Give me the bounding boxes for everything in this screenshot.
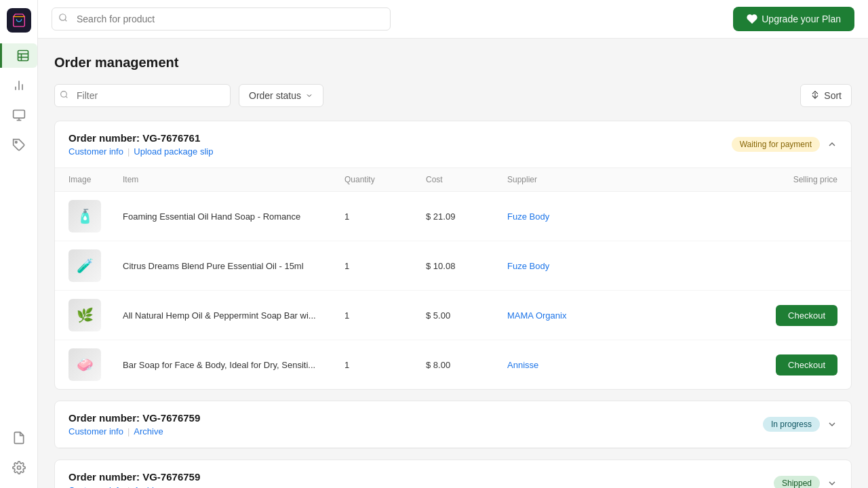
- sidebar-item-orders[interactable]: [0, 43, 37, 68]
- order-header-left: Order number: VG-7676759 Customer info|A…: [68, 471, 774, 488]
- filter-input[interactable]: [54, 84, 231, 107]
- link-separator: |: [127, 485, 130, 488]
- app-logo: [7, 8, 31, 33]
- order-link-customer[interactable]: Customer info: [68, 426, 123, 436]
- col-cost: Cost: [426, 175, 507, 184]
- expand-toggle-button[interactable]: [827, 419, 837, 430]
- col-item: Item: [123, 175, 344, 184]
- link-separator: |: [127, 146, 130, 157]
- order-card: Order number: VG-7676759 Customer info|A…: [54, 401, 852, 449]
- table-row: 🧼 Bar Soap for Face & Body, Ideal for Dr…: [55, 340, 851, 389]
- sidebar-item-tags[interactable]: [7, 133, 31, 157]
- supplier-link[interactable]: Fuze Body: [507, 211, 549, 222]
- product-image-cell: 🧪: [68, 249, 123, 282]
- order-header: Order number: VG-7676759 Customer info|A…: [55, 460, 851, 488]
- status-badge: In progress: [763, 417, 820, 432]
- svg-point-10: [15, 142, 17, 144]
- order-number: Order number: VG-7676761: [68, 132, 732, 144]
- table-row: 🧴 Foaming Essential Oil Hand Soap - Roma…: [55, 192, 851, 241]
- order-card: Order number: VG-7676761 Customer info|U…: [54, 121, 852, 390]
- item-cost: $ 21.09: [426, 211, 507, 222]
- supplier-link[interactable]: MAMA Organix: [507, 310, 566, 321]
- order-header-left: Order number: VG-7676759 Customer info|A…: [68, 412, 763, 436]
- svg-rect-0: [18, 51, 28, 61]
- sidebar-item-analytics[interactable]: [7, 73, 31, 98]
- filter-bar: Order status Sort: [54, 84, 852, 107]
- sidebar-item-settings[interactable]: [7, 455, 31, 480]
- col-supplier: Supplier: [507, 175, 729, 184]
- orders-list: Order number: VG-7676761 Customer info|U…: [54, 121, 852, 488]
- order-link-customer[interactable]: Customer info: [68, 485, 123, 488]
- link-separator: |: [127, 426, 130, 436]
- svg-rect-7: [13, 110, 24, 119]
- sidebar-item-documents[interactable]: [7, 426, 31, 450]
- item-cost: $ 8.00: [426, 360, 507, 370]
- item-name: Citrus Dreams Blend Pure Essential Oil -…: [123, 261, 344, 271]
- order-header-right: Shipped: [774, 476, 837, 488]
- order-number: Order number: VG-7676759: [68, 412, 763, 424]
- product-search-input[interactable]: [52, 7, 391, 30]
- order-links: Customer info|Upload package slip: [68, 146, 732, 157]
- checkout-button[interactable]: Checkout: [776, 354, 837, 375]
- svg-point-14: [61, 92, 67, 98]
- order-links: Customer info|Archive: [68, 485, 774, 488]
- sort-icon: [810, 91, 820, 100]
- supplier-link[interactable]: Annisse: [507, 360, 538, 370]
- expand-toggle-button[interactable]: [827, 478, 837, 488]
- col-selling-price: Selling price: [729, 175, 837, 184]
- item-name: Bar Soap for Face & Body, Ideal for Dry,…: [123, 360, 344, 370]
- order-header-right: In progress: [763, 417, 837, 432]
- col-quantity: Quantity: [344, 175, 426, 184]
- page-title: Order management: [54, 55, 852, 70]
- item-quantity: 1: [344, 360, 426, 370]
- order-card: Order number: VG-7676759 Customer info|A…: [54, 460, 852, 488]
- sidebar-item-products[interactable]: [7, 103, 31, 127]
- product-image: 🧼: [68, 348, 101, 381]
- expand-toggle-button[interactable]: [827, 139, 837, 150]
- upgrade-button[interactable]: Upgrade your Plan: [733, 7, 854, 31]
- svg-point-12: [60, 14, 66, 20]
- product-image-cell: 🧼: [68, 348, 123, 381]
- status-badge: Waiting for payment: [732, 137, 820, 152]
- table-row: 🧪 Citrus Dreams Blend Pure Essential Oil…: [55, 241, 851, 291]
- product-image: 🧴: [68, 200, 101, 232]
- filter-search-icon: [60, 90, 68, 101]
- table-row: 🌿 All Natural Hemp Oil & Peppermint Soap…: [55, 291, 851, 340]
- item-name: Foaming Essential Oil Hand Soap - Romanc…: [123, 211, 344, 222]
- main-content: Upgrade your Plan Order management Order…: [38, 0, 868, 488]
- search-icon: [58, 13, 68, 25]
- order-link-archive[interactable]: Archive: [134, 426, 163, 436]
- product-image-cell: 🧴: [68, 200, 123, 232]
- order-header: Order number: VG-7676759 Customer info|A…: [55, 401, 851, 448]
- order-link-customer[interactable]: Customer info: [68, 146, 123, 157]
- product-image: 🌿: [68, 299, 101, 331]
- search-box: [52, 7, 391, 30]
- content-area: Order management Order status: [38, 39, 868, 488]
- chevron-down-icon: [305, 92, 313, 100]
- item-name: All Natural Hemp Oil & Peppermint Soap B…: [123, 310, 344, 321]
- status-badge: Shipped: [774, 476, 820, 488]
- col-image: Image: [68, 175, 123, 184]
- svg-point-11: [17, 466, 20, 470]
- order-status-dropdown[interactable]: Order status: [239, 84, 323, 107]
- order-header: Order number: VG-7676761 Customer info|U…: [55, 121, 851, 168]
- supplier-link[interactable]: Fuze Body: [507, 261, 549, 271]
- item-cost: $ 5.00: [426, 310, 507, 321]
- filter-input-wrap: [54, 84, 231, 107]
- order-link-archive[interactable]: Archive: [134, 485, 163, 488]
- product-image-cell: 🌿: [68, 299, 123, 331]
- checkout-button[interactable]: Checkout: [776, 305, 837, 326]
- item-quantity: 1: [344, 261, 426, 271]
- order-header-right: Waiting for payment: [732, 137, 837, 152]
- item-quantity: 1: [344, 310, 426, 321]
- svg-line-15: [66, 96, 67, 98]
- order-header-left: Order number: VG-7676761 Customer info|U…: [68, 132, 732, 157]
- topbar: Upgrade your Plan: [38, 0, 868, 39]
- item-quantity: 1: [344, 211, 426, 222]
- order-items-table: Image Item Quantity Cost Supplier Sellin…: [55, 168, 851, 389]
- order-link-upload[interactable]: Upload package slip: [134, 146, 213, 157]
- order-links: Customer info|Archive: [68, 426, 763, 436]
- svg-line-13: [65, 20, 67, 22]
- sort-button[interactable]: Sort: [800, 84, 852, 107]
- table-header: Image Item Quantity Cost Supplier Sellin…: [55, 168, 851, 192]
